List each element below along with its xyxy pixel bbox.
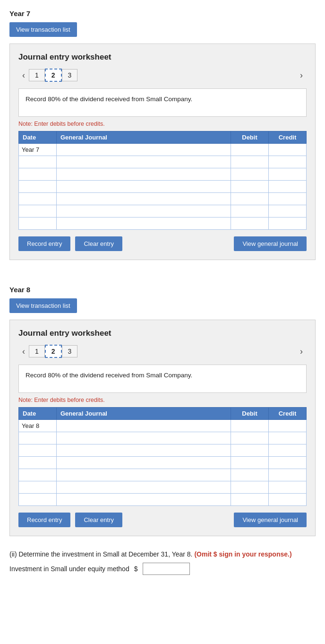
year7-row6-credit-input[interactable] xyxy=(272,208,303,215)
year8-row4-debit[interactable] xyxy=(231,457,269,469)
year7-row7-journal[interactable] xyxy=(57,218,231,230)
year7-row3-journal-input[interactable] xyxy=(60,171,228,178)
year8-tab-1[interactable]: 1 xyxy=(29,345,45,357)
year7-row1-debit-input[interactable] xyxy=(234,147,265,154)
year7-record-button[interactable]: Record entry xyxy=(18,236,70,251)
year8-row3-debit-input[interactable] xyxy=(234,447,265,454)
year8-tab-2[interactable]: 2 xyxy=(45,345,62,358)
year8-row3-journal-input[interactable] xyxy=(60,447,228,454)
year7-row6-debit-input[interactable] xyxy=(234,208,265,215)
year8-row2-debit[interactable] xyxy=(231,432,269,444)
year8-row4-credit[interactable] xyxy=(269,457,307,469)
year8-row1-journal[interactable] xyxy=(57,420,231,432)
year7-row4-debit[interactable] xyxy=(231,181,269,193)
year8-row6-credit-input[interactable] xyxy=(272,484,303,491)
investment-input[interactable] xyxy=(143,563,190,575)
year8-prev-arrow[interactable]: ‹ xyxy=(18,346,29,357)
year8-row2-journal[interactable] xyxy=(57,432,231,444)
year8-row5-debit[interactable] xyxy=(231,469,269,481)
year8-row5-debit-input[interactable] xyxy=(234,472,265,479)
year7-row1-credit-input[interactable] xyxy=(272,147,303,154)
year8-row3-credit-input[interactable] xyxy=(272,447,303,454)
year7-tab-2[interactable]: 2 xyxy=(45,69,62,82)
year8-row5-credit-input[interactable] xyxy=(272,472,303,479)
year8-row1-debit[interactable] xyxy=(231,420,269,432)
year8-row6-credit[interactable] xyxy=(269,481,307,494)
year7-row4-credit-input[interactable] xyxy=(272,183,303,191)
year8-clear-button[interactable]: Clear entry xyxy=(75,513,122,527)
year7-row6-debit[interactable] xyxy=(231,205,269,218)
year8-view-transaction-button[interactable]: View transaction list xyxy=(9,298,77,313)
year7-row4-journal[interactable] xyxy=(57,181,231,193)
year7-next-arrow[interactable]: › xyxy=(296,70,307,81)
year8-row3-journal[interactable] xyxy=(57,444,231,457)
year7-row2-credit-input[interactable] xyxy=(272,159,303,166)
year7-row2-debit[interactable] xyxy=(231,156,269,168)
year8-row5-journal[interactable] xyxy=(57,469,231,481)
year8-row7-journal-input[interactable] xyxy=(60,496,228,503)
year7-row3-credit[interactable] xyxy=(269,168,307,181)
year8-row2-journal-input[interactable] xyxy=(60,435,228,442)
year7-row3-debit[interactable] xyxy=(231,168,269,181)
year7-row7-credit-input[interactable] xyxy=(272,220,303,227)
year8-row6-debit-input[interactable] xyxy=(234,484,265,491)
year7-row1-credit[interactable] xyxy=(269,144,307,156)
year8-row7-credit-input[interactable] xyxy=(272,496,303,504)
year7-row4-credit[interactable] xyxy=(269,181,307,193)
year7-row6-credit[interactable] xyxy=(269,205,307,218)
year8-row3-debit[interactable] xyxy=(231,444,269,457)
year8-row1-credit-input[interactable] xyxy=(272,423,303,430)
year7-row5-credit-input[interactable] xyxy=(272,196,303,203)
year7-row5-credit[interactable] xyxy=(269,193,307,205)
year7-row5-journal-input[interactable] xyxy=(60,195,228,202)
year8-row3-credit[interactable] xyxy=(269,444,307,457)
year8-row2-credit-input[interactable] xyxy=(272,435,303,442)
year8-row1-journal-input[interactable] xyxy=(60,422,228,429)
year8-row4-journal[interactable] xyxy=(57,457,231,469)
year7-view-transaction-button[interactable]: View transaction list xyxy=(9,22,77,37)
year8-row6-debit[interactable] xyxy=(231,481,269,494)
year8-row6-journal-input[interactable] xyxy=(60,484,228,491)
year7-row7-journal-input[interactable] xyxy=(60,220,228,227)
year7-row5-journal[interactable] xyxy=(57,193,231,205)
year7-row6-journal[interactable] xyxy=(57,205,231,218)
year7-row3-journal[interactable] xyxy=(57,168,231,181)
year7-prev-arrow[interactable]: ‹ xyxy=(18,70,29,81)
year7-row7-debit-input[interactable] xyxy=(234,220,265,227)
year7-row1-debit[interactable] xyxy=(231,144,269,156)
year8-row7-credit[interactable] xyxy=(269,494,307,506)
year8-row1-credit[interactable] xyxy=(269,420,307,432)
year8-row7-debit[interactable] xyxy=(231,494,269,506)
year8-row5-journal-input[interactable] xyxy=(60,471,228,479)
year7-row2-debit-input[interactable] xyxy=(234,159,265,166)
year7-row4-debit-input[interactable] xyxy=(234,183,265,191)
year7-row2-journal-input[interactable] xyxy=(60,158,228,165)
year8-next-arrow[interactable]: › xyxy=(296,346,307,357)
year8-row6-journal[interactable] xyxy=(57,481,231,494)
year8-row1-debit-input[interactable] xyxy=(234,423,265,430)
year7-row3-debit-input[interactable] xyxy=(234,171,265,178)
year7-tab-1[interactable]: 1 xyxy=(29,69,45,81)
year8-view-journal-button[interactable]: View general journal xyxy=(234,513,307,527)
year7-row7-debit[interactable] xyxy=(231,218,269,230)
year7-row3-credit-input[interactable] xyxy=(272,171,303,178)
year7-row4-journal-input[interactable] xyxy=(60,183,228,190)
year8-row2-credit[interactable] xyxy=(269,432,307,444)
year8-row4-journal-input[interactable] xyxy=(60,459,228,466)
year8-row2-debit-input[interactable] xyxy=(234,435,265,442)
year7-row2-journal[interactable] xyxy=(57,156,231,168)
year7-row2-credit[interactable] xyxy=(269,156,307,168)
year8-row5-credit[interactable] xyxy=(269,469,307,481)
year7-clear-button[interactable]: Clear entry xyxy=(75,236,122,251)
year7-row7-credit[interactable] xyxy=(269,218,307,230)
year8-tab-3[interactable]: 3 xyxy=(62,345,78,357)
year8-row4-debit-input[interactable] xyxy=(234,460,265,467)
year7-row1-journal[interactable] xyxy=(57,144,231,156)
year7-row6-journal-input[interactable] xyxy=(60,208,228,215)
year7-view-journal-button[interactable]: View general journal xyxy=(234,236,307,251)
year8-row7-journal[interactable] xyxy=(57,494,231,506)
year7-tab-3[interactable]: 3 xyxy=(62,69,78,81)
year8-row4-credit-input[interactable] xyxy=(272,460,303,467)
year8-row7-debit-input[interactable] xyxy=(234,496,265,504)
year7-row5-debit[interactable] xyxy=(231,193,269,205)
